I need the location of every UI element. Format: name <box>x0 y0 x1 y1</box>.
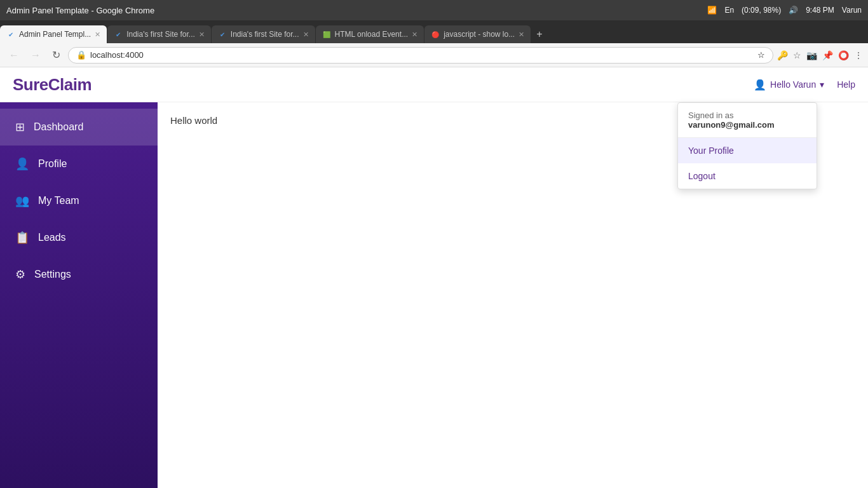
browser-tab-active[interactable]: ✔ Admin Panel Templ... ✕ <box>0 25 107 43</box>
browser-tab-5[interactable]: 🔴 javascript - show lo... ✕ <box>424 25 531 43</box>
address-bar: ← → ↻ 🔒 localhost:4000 ☆ 🔑 ☆ 📷 📌 ⭕ ⋮ <box>0 43 868 67</box>
dropdown-arrow-icon: ▾ <box>820 79 824 90</box>
url-text: localhost:4000 <box>90 50 754 60</box>
dashboard-icon: ⊞ <box>15 120 25 134</box>
tab-label-1: Admin Panel Templ... <box>19 30 91 39</box>
clock: 9:48 PM <box>806 6 834 15</box>
sidebar-item-dashboard[interactable]: ⊞ Dashboard <box>0 109 158 146</box>
tab-favicon-1: ✔ <box>6 30 15 39</box>
browser-tab-3[interactable]: ✔ India's first Site for... ✕ <box>212 25 315 43</box>
lang-indicator: En <box>724 6 734 15</box>
tab-close-4[interactable]: ✕ <box>412 30 417 39</box>
volume-icon: 🔊 <box>789 6 798 15</box>
sidebar-item-settings[interactable]: ⚙ Settings <box>0 256 158 293</box>
sidebar-label-leads: Leads <box>38 232 66 243</box>
tab-favicon-3: ✔ <box>218 30 227 39</box>
new-tab-button[interactable]: + <box>531 25 547 43</box>
extension-icon-1[interactable]: 📷 <box>806 50 817 60</box>
top-navbar: SureClaim 👤 Hello Varun ▾ Help Signed in… <box>0 67 868 102</box>
wifi-icon: 📶 <box>707 6 717 15</box>
brand-logo: SureClaim <box>13 75 92 95</box>
sidebar: ⊞ Dashboard 👤 Profile 👥 My Team 📋 Leads … <box>0 102 158 488</box>
tab-label-3: India's first Site for... <box>231 30 299 39</box>
sidebar-item-profile[interactable]: 👤 Profile <box>0 146 158 182</box>
lock-icon: 🔒 <box>76 50 86 60</box>
nav-right: 👤 Hello Varun ▾ Help <box>754 79 855 91</box>
sidebar-item-my-team[interactable]: 👥 My Team <box>0 182 158 219</box>
browser-tab-4[interactable]: 🟩 HTML onload Event... ✕ <box>316 25 424 43</box>
url-bar[interactable]: 🔒 localhost:4000 ☆ <box>68 47 773 64</box>
tab-close-3[interactable]: ✕ <box>303 30 309 39</box>
key-icon[interactable]: 🔑 <box>777 50 788 60</box>
user-greeting: Hello Varun <box>770 79 816 90</box>
tab-favicon-2: ✔ <box>114 30 123 39</box>
browser-tab-2[interactable]: ✔ India's first Site for... ✕ <box>107 25 211 43</box>
sidebar-label-profile: Profile <box>38 158 67 170</box>
forward-button[interactable]: → <box>27 47 44 64</box>
user-icon: 👤 <box>754 79 766 91</box>
user-name: Varun <box>842 6 862 15</box>
star-icon[interactable]: ☆ <box>757 50 765 60</box>
sidebar-label-my-team: My Team <box>38 195 79 207</box>
browser-titlebar: Admin Panel Template - Google Chrome 📶 E… <box>0 0 868 20</box>
sidebar-label-dashboard: Dashboard <box>34 121 83 133</box>
browser-toolbar-icons: 🔑 ☆ 📷 📌 ⭕ ⋮ <box>777 50 863 60</box>
my-team-icon: 👥 <box>15 194 29 208</box>
extension-icon-2[interactable]: 📌 <box>822 50 833 60</box>
your-profile-link[interactable]: Your Profile <box>678 138 817 163</box>
battery-info: (0:09, 98%) <box>742 6 781 15</box>
dropdown-email: varunon9@gmail.com <box>688 120 774 130</box>
tab-close-5[interactable]: ✕ <box>519 30 524 39</box>
tab-label-4: HTML onload Event... <box>335 30 409 39</box>
bookmark-icon[interactable]: ☆ <box>793 50 801 60</box>
tab-close-2[interactable]: ✕ <box>199 30 205 39</box>
sidebar-label-settings: Settings <box>34 269 71 280</box>
user-dropdown-menu: Signed in as varunon9@gmail.com Your Pro… <box>677 102 817 189</box>
tab-label-2: India's first Site for... <box>126 30 195 39</box>
menu-icon[interactable]: ⋮ <box>854 50 863 60</box>
settings-icon: ⚙ <box>15 268 25 281</box>
tab-favicon-5: 🔴 <box>431 30 440 39</box>
titlebar-system-info: 📶 En (0:09, 98%) 🔊 9:48 PM Varun <box>707 6 862 15</box>
logout-link[interactable]: Logout <box>678 163 817 189</box>
dropdown-signed-in-info: Signed in as varunon9@gmail.com <box>678 103 817 138</box>
leads-icon: 📋 <box>15 231 29 245</box>
tab-close-1[interactable]: ✕ <box>95 30 100 39</box>
tab-label-5: javascript - show lo... <box>444 30 515 39</box>
reload-button[interactable]: ↻ <box>48 46 64 64</box>
app-container: SureClaim 👤 Hello Varun ▾ Help Signed in… <box>0 67 868 488</box>
profile-icon: 👤 <box>15 157 29 171</box>
titlebar-title: Admin Panel Template - Google Chrome <box>6 6 154 15</box>
browser-tabs: ✔ Admin Panel Templ... ✕ ✔ India's first… <box>0 20 868 43</box>
user-menu-button[interactable]: 👤 Hello Varun ▾ <box>754 79 824 91</box>
sidebar-item-leads[interactable]: 📋 Leads <box>0 219 158 256</box>
opera-icon[interactable]: ⭕ <box>838 50 849 60</box>
tab-favicon-4: 🟩 <box>322 30 331 39</box>
help-link[interactable]: Help <box>837 79 855 90</box>
back-button[interactable]: ← <box>5 47 23 64</box>
